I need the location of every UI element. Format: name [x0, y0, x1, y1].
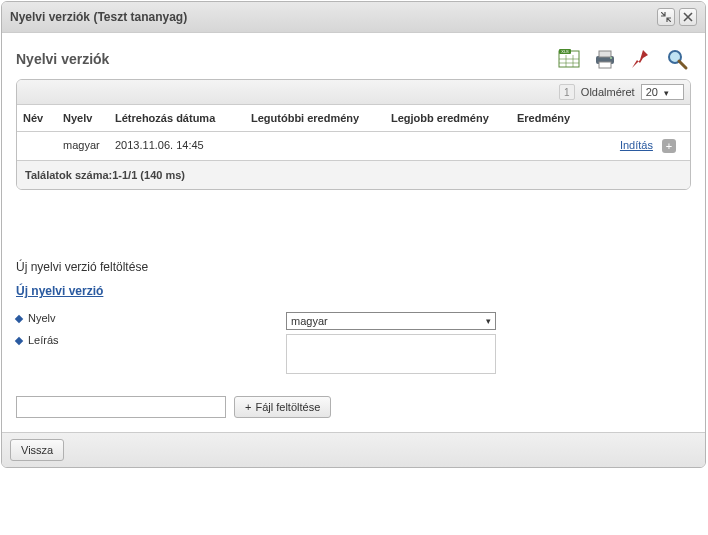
- cell-language: magyar: [57, 132, 109, 160]
- cell-result: [511, 132, 610, 160]
- cell-last: [245, 132, 385, 160]
- description-textarea[interactable]: [286, 334, 496, 374]
- bullet-icon: [15, 337, 23, 345]
- form-row-description: Leírás: [16, 334, 691, 374]
- pager-current-page[interactable]: 1: [559, 84, 575, 100]
- cell-created: 2013.11.06. 14:45: [109, 132, 245, 160]
- col-header-language[interactable]: Nyelv: [57, 105, 109, 131]
- grid-pager: 1 Oldalméret 20 ▾: [17, 80, 690, 105]
- svg-point-10: [610, 57, 612, 59]
- svg-line-12: [679, 61, 686, 68]
- col-header-last[interactable]: Legutóbbi eredmény: [245, 105, 385, 131]
- magnifier-icon: [665, 47, 689, 71]
- maximize-button[interactable]: [657, 8, 675, 26]
- table-row: magyar 2013.11.06. 14:45 Indítás +: [17, 132, 690, 161]
- file-upload-button[interactable]: + Fájl feltöltése: [234, 396, 331, 418]
- expand-icon: [661, 12, 671, 22]
- panel-tools: XLS: [555, 45, 691, 73]
- form-row-language: Nyelv magyar ▾: [16, 312, 691, 330]
- start-link[interactable]: Indítás: [620, 139, 653, 151]
- svg-rect-9: [599, 62, 611, 68]
- col-header-best[interactable]: Legjobb eredmény: [385, 105, 511, 131]
- upload-row: + Fájl feltöltése: [16, 396, 691, 418]
- language-select[interactable]: magyar ▾: [286, 312, 496, 330]
- cell-action: Indítás +: [610, 132, 690, 160]
- expand-row-button[interactable]: +: [662, 139, 676, 153]
- col-header-result[interactable]: Eredmény: [511, 105, 690, 131]
- dialog-window: Nyelvi verziók (Teszt tananyag) Nyelvi v…: [1, 1, 706, 468]
- cell-best: [385, 132, 511, 160]
- back-button[interactable]: Vissza: [10, 439, 64, 461]
- chevron-down-icon: ▾: [664, 88, 669, 98]
- grid-footer: Találatok száma:1-1/1 (140 ms): [17, 161, 690, 189]
- dialog-footer: Vissza: [2, 432, 705, 467]
- pager-size-select[interactable]: 20 ▾: [641, 84, 684, 100]
- upload-caption: Új nyelvi verzió feltöltése: [16, 260, 691, 274]
- description-label: Leírás: [16, 334, 286, 346]
- titlebar: Nyelvi verziók (Teszt tananyag): [2, 2, 705, 33]
- language-select-value: magyar: [291, 315, 328, 327]
- pager-size-label: Oldalméret: [581, 86, 635, 98]
- plus-icon: +: [245, 401, 251, 413]
- upload-section: Új nyelvi verzió feltöltése Új nyelvi ve…: [16, 260, 691, 418]
- bullet-icon: [15, 315, 23, 323]
- print-button[interactable]: [591, 45, 619, 73]
- export-excel-button[interactable]: XLS: [555, 45, 583, 73]
- dialog-title: Nyelvi verziók (Teszt tananyag): [10, 10, 653, 24]
- panel-title: Nyelvi verziók: [16, 51, 555, 67]
- close-button[interactable]: [679, 8, 697, 26]
- col-header-name[interactable]: Név: [17, 105, 57, 131]
- chevron-down-icon: ▾: [486, 316, 491, 326]
- grid-header-row: Név Nyelv Létrehozás dátuma Legutóbbi er…: [17, 105, 690, 132]
- grid: 1 Oldalméret 20 ▾ Név Nyelv Létrehozás d…: [16, 79, 691, 190]
- new-version-link[interactable]: Új nyelvi verzió: [16, 284, 103, 298]
- close-icon: [683, 12, 693, 22]
- dialog-body: Nyelvi verziók XLS 1 Oldalméret: [2, 33, 705, 432]
- svg-text:XLS: XLS: [561, 49, 569, 54]
- panel-header: Nyelvi verziók XLS: [16, 45, 691, 73]
- pager-size-value: 20: [646, 86, 658, 98]
- col-header-created[interactable]: Létrehozás dátuma: [109, 105, 245, 131]
- pin-button[interactable]: [627, 45, 655, 73]
- printer-icon: [593, 47, 617, 71]
- file-path-input[interactable]: [16, 396, 226, 418]
- excel-icon: XLS: [557, 47, 581, 71]
- cell-name: [17, 132, 57, 160]
- pin-icon: [629, 47, 653, 71]
- svg-rect-8: [599, 51, 611, 57]
- language-label: Nyelv: [16, 312, 286, 324]
- search-button[interactable]: [663, 45, 691, 73]
